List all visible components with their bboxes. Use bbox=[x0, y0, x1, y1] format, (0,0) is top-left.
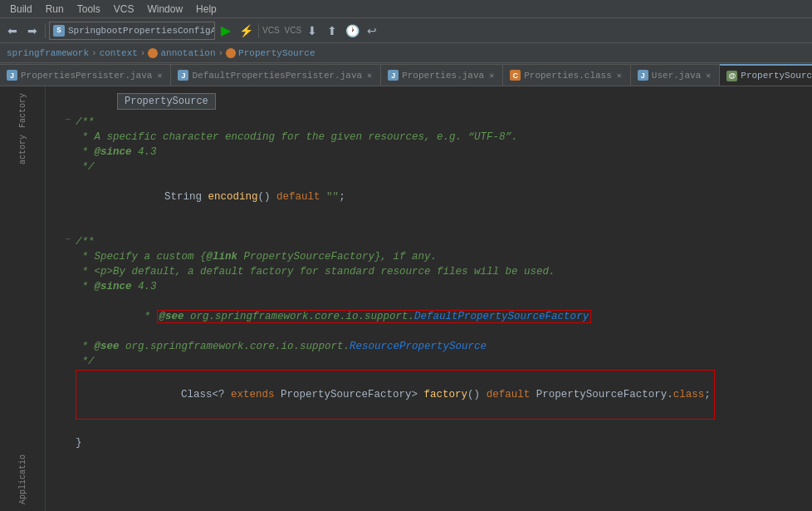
tab-propertysource[interactable]: @ PropertySource.java ✕ bbox=[720, 64, 812, 86]
toolbar-fwd-btn[interactable]: ➡ bbox=[23, 22, 42, 40]
undo-btn[interactable]: ↩ bbox=[363, 22, 381, 40]
code-line-8: * Specify a custom {@link PropertySource… bbox=[46, 249, 812, 264]
code-text-1: /** bbox=[76, 115, 95, 130]
menu-tools[interactable]: Tools bbox=[71, 2, 107, 17]
main-layout: Factory actory Applicatio PropertySource… bbox=[0, 86, 812, 511]
code-line-6 bbox=[46, 219, 812, 234]
code-line-3: * @since 4.3 bbox=[46, 145, 812, 160]
toolbar-back-btn[interactable]: ⬅ bbox=[3, 22, 22, 40]
propertysource-tooltip-row: PropertySource bbox=[46, 91, 812, 111]
app-dropdown[interactable]: S SpringbootPropertiesConfigApplication … bbox=[49, 22, 215, 40]
code-line-4: */ bbox=[46, 160, 812, 174]
editor-content: PropertySource − /** * A specific charac… bbox=[46, 86, 812, 511]
code-line-14: Class<? extends PropertySourceFactory> f… bbox=[46, 369, 812, 420]
run-button[interactable]: ▶ bbox=[217, 22, 235, 40]
tab-label-0: PropertiesPersister.java bbox=[21, 71, 152, 81]
code-text-8: * Specify a custom {@link PropertySource… bbox=[76, 249, 437, 264]
tab-defaultpropertiespersister[interactable]: J DefaultPropertiesPersister.java ✕ bbox=[171, 64, 381, 86]
breadcrumb-sep-1: › bbox=[91, 48, 97, 58]
editor-area[interactable]: PropertySource − /** * A specific charac… bbox=[46, 86, 812, 511]
propertysource-tooltip: PropertySource bbox=[117, 93, 216, 110]
debug-button[interactable]: ⚡ bbox=[237, 22, 255, 40]
code-text-4: */ bbox=[76, 160, 95, 174]
breadcrumb-annotation[interactable]: annotation bbox=[160, 48, 215, 58]
tabs-bar: J PropertiesPersister.java ✕ J DefaultPr… bbox=[0, 63, 812, 86]
menu-build[interactable]: Build bbox=[3, 2, 39, 17]
highlighted-factory-line: Class<? extends PropertySourceFactory> f… bbox=[76, 370, 715, 420]
breadcrumb-propertysource[interactable]: PropertySource bbox=[238, 48, 315, 58]
tab-icon-1: J bbox=[178, 70, 188, 81]
code-text-2: * A specific character encoding for the … bbox=[76, 130, 518, 145]
app-name: SpringbootPropertiesConfigApplication bbox=[68, 26, 215, 36]
vcs-update-btn[interactable]: ⬇ bbox=[303, 22, 321, 40]
breadcrumb-sep-2: › bbox=[140, 48, 146, 58]
tab-icon-0: J bbox=[7, 70, 17, 81]
code-text-3: * @since 4.3 bbox=[76, 145, 157, 160]
tab-close-3[interactable]: ✕ bbox=[615, 70, 624, 81]
toolbar: ⬅ ➡ S SpringbootPropertiesConfigApplicat… bbox=[0, 18, 812, 43]
code-text-12: * @see org.springframework.core.io.suppo… bbox=[76, 339, 487, 354]
tab-label-2: Properties.java bbox=[402, 71, 484, 81]
tab-properties-java[interactable]: J Properties.java ✕ bbox=[381, 64, 503, 86]
left-panel-application[interactable]: Applicatio bbox=[17, 451, 29, 508]
annotation-icon bbox=[148, 48, 158, 58]
code-line-16: } bbox=[46, 435, 812, 450]
app-icon: S bbox=[53, 25, 65, 37]
code-line-13: */ bbox=[46, 354, 812, 369]
code-line-11: * @see org.springframework.core.io.suppo… bbox=[46, 294, 812, 339]
code-text-13: */ bbox=[76, 354, 95, 369]
breadcrumb-springframework[interactable]: springframework bbox=[7, 48, 89, 58]
breadcrumb-context[interactable]: context bbox=[100, 48, 138, 58]
breadcrumb: springframework › context › annotation ›… bbox=[0, 43, 812, 63]
vcs-push-btn[interactable]: ⬆ bbox=[323, 22, 341, 40]
breadcrumb-sep-3: › bbox=[218, 48, 223, 58]
menu-help[interactable]: Help bbox=[189, 2, 223, 17]
tab-label-1: DefaultPropertiesPersister.java bbox=[192, 71, 362, 81]
fold-7[interactable]: − bbox=[62, 234, 74, 244]
tab-label-4: User.java bbox=[652, 71, 701, 81]
menu-run[interactable]: Run bbox=[39, 2, 71, 17]
tab-close-1[interactable]: ✕ bbox=[365, 70, 374, 81]
left-panel-factory[interactable]: Factory bbox=[17, 90, 29, 131]
vcs-label-2: VCS bbox=[285, 26, 302, 35]
code-line-5: String encoding() default ""; bbox=[46, 174, 812, 219]
code-line-1: − /** bbox=[46, 115, 812, 130]
code-text-9: * <p>By default, a default factory for s… bbox=[76, 264, 555, 279]
propertysource-icon bbox=[226, 48, 236, 58]
code-text-10: * @since 4.3 bbox=[76, 279, 157, 294]
left-panel: Factory actory Applicatio bbox=[0, 86, 46, 511]
code-text-15 bbox=[76, 420, 82, 435]
tab-close-0[interactable]: ✕ bbox=[155, 70, 164, 81]
tab-user[interactable]: J User.java ✕ bbox=[631, 64, 720, 86]
tab-close-4[interactable]: ✕ bbox=[704, 70, 712, 81]
code-text-16: } bbox=[76, 435, 82, 450]
code-text-6 bbox=[76, 219, 82, 234]
left-panel-actory[interactable]: actory bbox=[17, 131, 29, 168]
code-line-12: * @see org.springframework.core.io.suppo… bbox=[46, 339, 812, 354]
code-line-7: − /** bbox=[46, 234, 812, 249]
toolbar-sep-2 bbox=[258, 23, 259, 38]
menu-window[interactable]: Window bbox=[140, 2, 189, 17]
code-line-10: * @since 4.3 bbox=[46, 279, 812, 294]
tab-icon-3: C bbox=[510, 70, 521, 81]
code-text-5: String encoding() default ""; bbox=[76, 174, 345, 219]
code-line-15 bbox=[46, 420, 812, 435]
tab-label-3: Properties.class bbox=[524, 71, 612, 81]
tab-icon-5: @ bbox=[726, 71, 737, 81]
code-text-14: Class<? extends PropertySourceFactory> f… bbox=[80, 389, 711, 415]
tab-properties-class[interactable]: C Properties.class ✕ bbox=[503, 64, 631, 86]
fold-1[interactable]: − bbox=[62, 115, 74, 125]
code-text-11: * @see org.springframework.core.io.suppo… bbox=[76, 294, 591, 339]
menu-bar: Build Run Tools VCS Window Help bbox=[0, 0, 812, 18]
menu-vcs[interactable]: VCS bbox=[107, 2, 141, 17]
tab-close-2[interactable]: ✕ bbox=[487, 70, 496, 81]
toolbar-sep-1 bbox=[45, 23, 46, 38]
tab-propertiespersister[interactable]: J PropertiesPersister.java ✕ bbox=[0, 64, 171, 86]
tab-label-5: PropertySource.java bbox=[741, 71, 812, 81]
code-text-7: /** bbox=[76, 234, 95, 249]
vcs-history-btn[interactable]: 🕐 bbox=[343, 22, 361, 40]
vcs-label-1: VCS bbox=[262, 26, 280, 35]
code-line-2: * A specific character encoding for the … bbox=[46, 130, 812, 145]
tab-icon-4: J bbox=[638, 70, 648, 81]
tab-icon-2: J bbox=[388, 70, 399, 81]
